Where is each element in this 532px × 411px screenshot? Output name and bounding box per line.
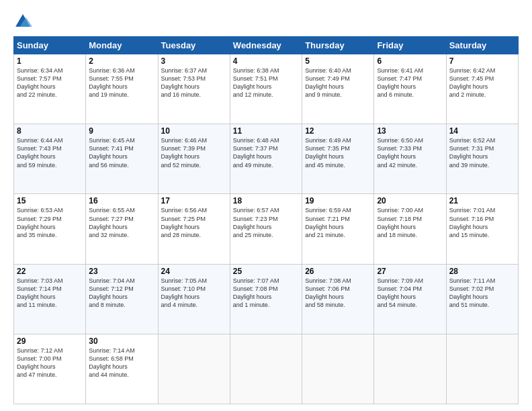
day-info: Sunrise: 7:07 AMSunset: 7:08 PMDaylight … (233, 277, 299, 310)
weekday-header: Tuesday (158, 37, 230, 54)
day-info: Sunrise: 6:44 AMSunset: 7:43 PMDaylight … (17, 136, 83, 169)
day-info: Sunrise: 6:42 AMSunset: 7:45 PMDaylight … (449, 66, 515, 99)
weekday-header: Saturday (446, 37, 518, 54)
day-number: 10 (161, 126, 227, 136)
day-number: 20 (377, 196, 443, 205)
calendar-cell: 10Sunrise: 6:46 AMSunset: 7:39 PMDayligh… (158, 124, 230, 194)
day-number: 14 (449, 126, 515, 136)
calendar-cell: 28Sunrise: 7:11 AMSunset: 7:02 PMDayligh… (446, 264, 518, 334)
calendar-cell: 9Sunrise: 6:45 AMSunset: 7:41 PMDaylight… (86, 124, 158, 194)
day-number: 13 (377, 126, 443, 136)
weekday-header: Monday (86, 37, 158, 54)
calendar-cell: 27Sunrise: 7:09 AMSunset: 7:04 PMDayligh… (374, 264, 446, 334)
calendar-cell: 11Sunrise: 6:48 AMSunset: 7:37 PMDayligh… (230, 124, 302, 194)
day-info: Sunrise: 6:59 AMSunset: 7:21 PMDaylight … (305, 206, 371, 239)
calendar-week-row: 15Sunrise: 6:53 AMSunset: 7:29 PMDayligh… (14, 194, 519, 264)
logo-icon (13, 12, 32, 31)
day-info: Sunrise: 6:34 AMSunset: 7:57 PMDaylight … (17, 66, 83, 99)
day-info: Sunrise: 7:03 AMSunset: 7:14 PMDaylight … (17, 277, 83, 310)
logo (13, 12, 35, 31)
day-info: Sunrise: 6:40 AMSunset: 7:49 PMDaylight … (305, 66, 371, 99)
day-info: Sunrise: 6:48 AMSunset: 7:37 PMDaylight … (233, 136, 299, 169)
day-number: 26 (305, 267, 371, 276)
day-number: 5 (305, 56, 371, 66)
day-number: 28 (449, 267, 515, 276)
calendar-cell: 2Sunrise: 6:36 AMSunset: 7:55 PMDaylight… (86, 54, 158, 124)
page: SundayMondayTuesdayWednesdayThursdayFrid… (0, 0, 532, 411)
day-info: Sunrise: 7:14 AMSunset: 6:58 PMDaylight … (89, 347, 154, 379)
calendar-cell: 26Sunrise: 7:08 AMSunset: 7:06 PMDayligh… (302, 264, 374, 334)
calendar-week-row: 8Sunrise: 6:44 AMSunset: 7:43 PMDaylight… (14, 124, 519, 194)
day-info: Sunrise: 6:41 AMSunset: 7:47 PMDaylight … (377, 66, 443, 99)
day-info: Sunrise: 6:36 AMSunset: 7:55 PMDaylight … (89, 66, 154, 99)
calendar-cell: 7Sunrise: 6:42 AMSunset: 7:45 PMDaylight… (446, 54, 518, 124)
day-number: 7 (449, 56, 515, 66)
day-info: Sunrise: 6:57 AMSunset: 7:23 PMDaylight … (233, 206, 299, 239)
calendar-cell: 18Sunrise: 6:57 AMSunset: 7:23 PMDayligh… (230, 194, 302, 264)
day-info: Sunrise: 7:08 AMSunset: 7:06 PMDaylight … (305, 277, 371, 310)
calendar-cell: 20Sunrise: 7:00 AMSunset: 7:18 PMDayligh… (374, 194, 446, 264)
calendar-week-row: 22Sunrise: 7:03 AMSunset: 7:14 PMDayligh… (14, 264, 519, 334)
calendar-cell (446, 334, 518, 404)
day-number: 12 (305, 126, 371, 136)
day-info: Sunrise: 7:11 AMSunset: 7:02 PMDaylight … (449, 277, 515, 310)
calendar-cell: 21Sunrise: 7:01 AMSunset: 7:16 PMDayligh… (446, 194, 518, 264)
calendar-cell: 5Sunrise: 6:40 AMSunset: 7:49 PMDaylight… (302, 54, 374, 124)
day-number: 17 (161, 196, 227, 205)
calendar-cell: 29Sunrise: 7:12 AMSunset: 7:00 PMDayligh… (14, 334, 86, 404)
day-info: Sunrise: 6:46 AMSunset: 7:39 PMDaylight … (161, 136, 227, 169)
day-number: 22 (17, 267, 83, 276)
day-number: 3 (161, 56, 227, 66)
calendar-cell: 25Sunrise: 7:07 AMSunset: 7:08 PMDayligh… (230, 264, 302, 334)
day-info: Sunrise: 7:01 AMSunset: 7:16 PMDaylight … (449, 206, 515, 239)
calendar-cell: 14Sunrise: 6:52 AMSunset: 7:31 PMDayligh… (446, 124, 518, 194)
calendar-cell: 4Sunrise: 6:38 AMSunset: 7:51 PMDaylight… (230, 54, 302, 124)
day-number: 21 (449, 196, 515, 205)
day-info: Sunrise: 6:55 AMSunset: 7:27 PMDaylight … (89, 206, 154, 239)
day-number: 8 (17, 126, 83, 136)
day-number: 18 (233, 196, 299, 205)
calendar-cell: 3Sunrise: 6:37 AMSunset: 7:53 PMDaylight… (158, 54, 230, 124)
day-number: 30 (89, 336, 154, 346)
day-number: 6 (377, 56, 443, 66)
header (13, 12, 519, 31)
calendar-cell: 12Sunrise: 6:49 AMSunset: 7:35 PMDayligh… (302, 124, 374, 194)
calendar-table: SundayMondayTuesdayWednesdayThursdayFrid… (13, 36, 519, 404)
calendar-header-row: SundayMondayTuesdayWednesdayThursdayFrid… (14, 37, 519, 54)
day-number: 27 (377, 267, 443, 276)
day-info: Sunrise: 6:53 AMSunset: 7:29 PMDaylight … (17, 206, 83, 239)
calendar-cell: 19Sunrise: 6:59 AMSunset: 7:21 PMDayligh… (302, 194, 374, 264)
day-info: Sunrise: 6:50 AMSunset: 7:33 PMDaylight … (377, 136, 443, 169)
weekday-header: Thursday (302, 37, 374, 54)
calendar-cell (374, 334, 446, 404)
calendar-cell: 23Sunrise: 7:04 AMSunset: 7:12 PMDayligh… (86, 264, 158, 334)
weekday-header: Friday (374, 37, 446, 54)
day-info: Sunrise: 6:38 AMSunset: 7:51 PMDaylight … (233, 66, 299, 99)
day-info: Sunrise: 6:37 AMSunset: 7:53 PMDaylight … (161, 66, 227, 99)
day-number: 19 (305, 196, 371, 205)
day-number: 2 (89, 56, 154, 66)
calendar-cell: 13Sunrise: 6:50 AMSunset: 7:33 PMDayligh… (374, 124, 446, 194)
day-info: Sunrise: 6:52 AMSunset: 7:31 PMDaylight … (449, 136, 515, 169)
day-info: Sunrise: 7:00 AMSunset: 7:18 PMDaylight … (377, 206, 443, 239)
day-info: Sunrise: 6:49 AMSunset: 7:35 PMDaylight … (305, 136, 371, 169)
weekday-header: Sunday (14, 37, 86, 54)
calendar-cell: 8Sunrise: 6:44 AMSunset: 7:43 PMDaylight… (14, 124, 86, 194)
day-number: 11 (233, 126, 299, 136)
day-number: 16 (89, 196, 154, 205)
calendar-week-row: 1Sunrise: 6:34 AMSunset: 7:57 PMDaylight… (14, 54, 519, 124)
day-number: 15 (17, 196, 83, 205)
calendar-week-row: 29Sunrise: 7:12 AMSunset: 7:00 PMDayligh… (14, 334, 519, 404)
day-number: 23 (89, 267, 154, 276)
day-info: Sunrise: 7:05 AMSunset: 7:10 PMDaylight … (161, 277, 227, 310)
calendar-cell (230, 334, 302, 404)
day-info: Sunrise: 7:09 AMSunset: 7:04 PMDaylight … (377, 277, 443, 310)
calendar-cell: 17Sunrise: 6:56 AMSunset: 7:25 PMDayligh… (158, 194, 230, 264)
day-number: 24 (161, 267, 227, 276)
day-info: Sunrise: 6:56 AMSunset: 7:25 PMDaylight … (161, 206, 227, 239)
day-number: 9 (89, 126, 154, 136)
calendar-cell: 30Sunrise: 7:14 AMSunset: 6:58 PMDayligh… (86, 334, 158, 404)
calendar-cell (158, 334, 230, 404)
day-info: Sunrise: 6:45 AMSunset: 7:41 PMDaylight … (89, 136, 154, 169)
day-info: Sunrise: 7:12 AMSunset: 7:00 PMDaylight … (17, 347, 83, 379)
